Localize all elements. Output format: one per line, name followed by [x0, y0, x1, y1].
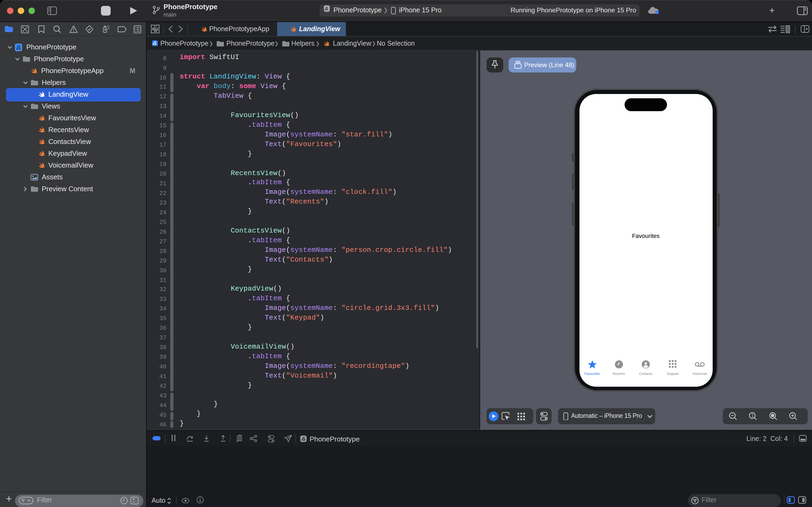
svg-text:1: 1: [751, 413, 754, 418]
